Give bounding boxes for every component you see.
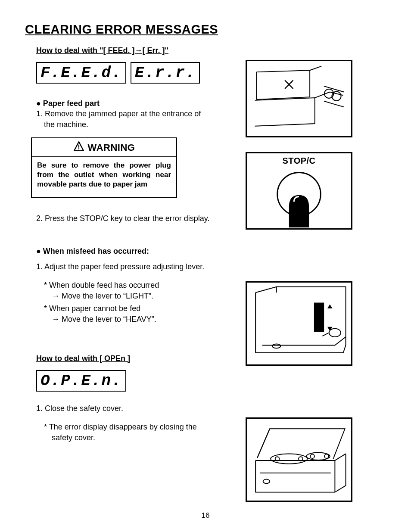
svg-line-13: [257, 429, 270, 458]
paper-feed-step1-line1: 1. Remove the jammed paper at the entran…: [36, 109, 221, 119]
svg-rect-0: [78, 145, 79, 148]
svg-line-5: [324, 101, 344, 107]
svg-point-18: [310, 454, 314, 458]
svg-point-10: [329, 329, 341, 337]
illustration-stopc-button: STOP/C: [246, 152, 352, 230]
svg-line-11: [322, 333, 329, 336]
feed-step2: 2. Press the STOP/C key to clear the err…: [36, 214, 221, 224]
right-column: STOP/C: [246, 44, 353, 502]
stopc-label: STOP/C: [247, 156, 351, 166]
misfeed-case2a: * When paper cannot be fed: [36, 304, 221, 314]
open-note-b: safety cover.: [36, 433, 221, 443]
section-open-heading: How to deal with [ OPEn ]: [36, 354, 221, 363]
svg-point-19: [324, 454, 329, 458]
misfeed-label: ● When misfeed has occurred:: [36, 247, 221, 256]
warning-body: Be sure to remove the power plug from th…: [32, 157, 176, 197]
page-title: CLEARING ERROR MESSAGES: [25, 22, 373, 37]
warning-box: WARNING Be sure to remove the power plug…: [31, 137, 177, 198]
open-note-a: * The error display disappears by closin…: [36, 422, 221, 432]
misfeed-case1a: * When double feed has occurred: [36, 280, 221, 290]
page-number: 16: [0, 511, 411, 520]
left-column: How to deal with "[ FEEd. ]→[ Err. ]" F.…: [25, 44, 221, 447]
svg-rect-1: [78, 148, 79, 149]
paper-feed-step1-line2: the machine.: [36, 120, 221, 130]
svg-point-14: [271, 454, 307, 464]
svg-rect-9: [314, 303, 324, 332]
lcd-display-feed-err: F.E.E.d. E.r.r.: [36, 62, 221, 84]
lcd-feed: F.E.E.d.: [36, 62, 126, 84]
warning-label: WARNING: [88, 142, 135, 153]
misfeed-case2b: → Move the lever to “HEAVY”.: [36, 314, 221, 324]
paper-feed-part-label: ● Paper feed part: [36, 99, 221, 108]
section-feed-heading: How to deal with "[ FEEd. ]→[ Err. ]": [36, 46, 221, 55]
misfeed-case1b: → Move the lever to “LIGHT”.: [36, 291, 221, 301]
illustration-paper-entrance: [246, 60, 352, 137]
warning-icon: [73, 141, 84, 155]
svg-line-4: [324, 86, 344, 92]
lcd-err: E.r.r.: [131, 62, 200, 84]
lcd-open: O.P.E.n.: [36, 370, 126, 392]
svg-point-20: [263, 479, 270, 484]
warning-header: WARNING: [32, 138, 176, 157]
svg-point-8: [272, 344, 280, 348]
misfeed-step1: 1. Adjust the paper feed pressure adjust…: [36, 262, 221, 272]
open-step1: 1. Close the safety cover.: [36, 404, 221, 414]
illustration-feed-lever: [246, 281, 352, 366]
illustration-safety-cover: [246, 417, 352, 502]
